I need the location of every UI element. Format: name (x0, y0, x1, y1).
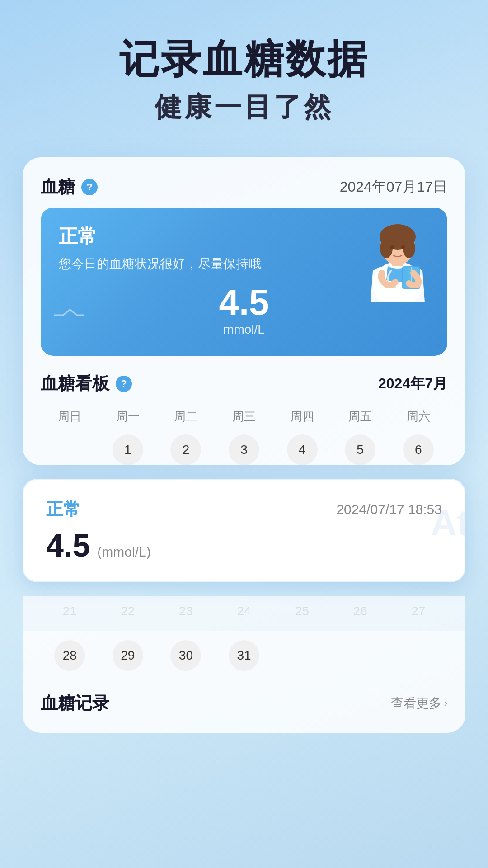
popup-unit: (mmol/L) (97, 544, 150, 560)
cal-day-4[interactable]: 4 (273, 434, 331, 465)
calendar-grid: 周日 周一 周二 周三 周四 周五 周六 1 2 3 4 5 6 (41, 406, 447, 465)
svg-point-6 (401, 245, 405, 249)
svg-point-5 (390, 245, 394, 249)
cal-empty-end3 (389, 640, 447, 671)
cal-day-28[interactable]: 28 (41, 640, 99, 671)
calendar-row-last: 28 29 30 31 (41, 640, 447, 671)
calendar-row-1: 1 2 3 4 5 6 (41, 434, 447, 465)
weekday-wed: 周三 (215, 406, 273, 427)
section-header: 血糖看板 ? 2024年7月 (41, 372, 447, 395)
card-title-group: 血糖 ? (41, 175, 98, 198)
cal-day-2[interactable]: 2 (157, 434, 215, 465)
popup-value-row: 4.5 (mmol/L) (46, 530, 442, 561)
weekday-sat: 周六 (389, 406, 447, 427)
calendar-row-faded-1: 21 22 23 24 25 26 27 (41, 596, 447, 631)
section-title-group: 血糖看板 ? (41, 372, 132, 395)
weekday-thu: 周四 (273, 406, 331, 427)
weekday-tue: 周二 (157, 406, 215, 427)
hero-section: 记录血糖数据 健康一目了然 (0, 0, 488, 144)
popup-value: 4.5 (46, 530, 90, 561)
popup-datetime: 2024/07/17 18:53 (336, 502, 442, 517)
help-icon[interactable]: ? (81, 179, 98, 195)
main-card: 血糖 ? 2024年07月17日 正常 您今日的血糖状况很好，尽量保持哦 (23, 157, 465, 465)
card-title: 血糖 (41, 175, 75, 198)
records-more-icon[interactable]: › (444, 698, 447, 709)
cal-day-29[interactable]: 29 (99, 640, 157, 671)
popup-status: 正常 (46, 498, 80, 521)
dashboard-month: 2024年7月 (378, 374, 447, 394)
weekday-sun: 周日 (41, 406, 99, 427)
doctor-avatar (357, 212, 438, 302)
weekday-mon: 周一 (99, 406, 157, 427)
records-title: 血糖记录 (41, 692, 109, 715)
calendar-lower: 21 22 23 24 25 26 27 (23, 596, 465, 631)
cal-empty-end2 (331, 640, 389, 671)
dashboard-title: 血糖看板 (41, 372, 109, 395)
cal-empty-1 (41, 434, 99, 465)
card-header: 血糖 ? 2024年07月17日 (41, 175, 447, 198)
bottom-section: 28 29 30 31 血糖记录 查看更多 › (23, 631, 465, 733)
records-more-label[interactable]: 查看更多 (391, 695, 441, 712)
cal-day-30[interactable]: 30 (157, 640, 215, 671)
wave-decoration (54, 306, 108, 320)
calendar-weekdays: 周日 周一 周二 周三 周四 周五 周六 (41, 406, 447, 427)
hero-subtitle: 健康一目了然 (27, 89, 461, 126)
bs-display: 正常 您今日的血糖状况很好，尽量保持哦 (41, 208, 447, 356)
cal-day-5[interactable]: 5 (331, 434, 389, 465)
records-more-group[interactable]: 查看更多 › (391, 695, 447, 712)
weekday-fri: 周五 (331, 406, 389, 427)
bs-unit: mmol/L (59, 322, 429, 337)
cal-day-6[interactable]: 6 (389, 434, 447, 465)
records-header: 血糖记录 查看更多 › (41, 684, 447, 715)
popup-card: 正常 2024/07/17 18:53 4.5 (mmol/L) At (23, 479, 465, 582)
dashboard-help-icon[interactable]: ? (116, 376, 132, 392)
card-date: 2024年07月17日 (340, 177, 447, 197)
hero-title: 记录血糖数据 (27, 36, 461, 82)
cal-day-31[interactable]: 31 (215, 640, 273, 671)
cal-day-1[interactable]: 1 (99, 434, 157, 465)
dashboard-section: 血糖看板 ? 2024年7月 周日 周一 周二 周三 周四 周五 周六 1 2 … (41, 372, 447, 465)
popup-header: 正常 2024/07/17 18:53 (46, 498, 442, 521)
cal-empty-end1 (273, 640, 331, 671)
cal-day-3[interactable]: 3 (215, 434, 273, 465)
